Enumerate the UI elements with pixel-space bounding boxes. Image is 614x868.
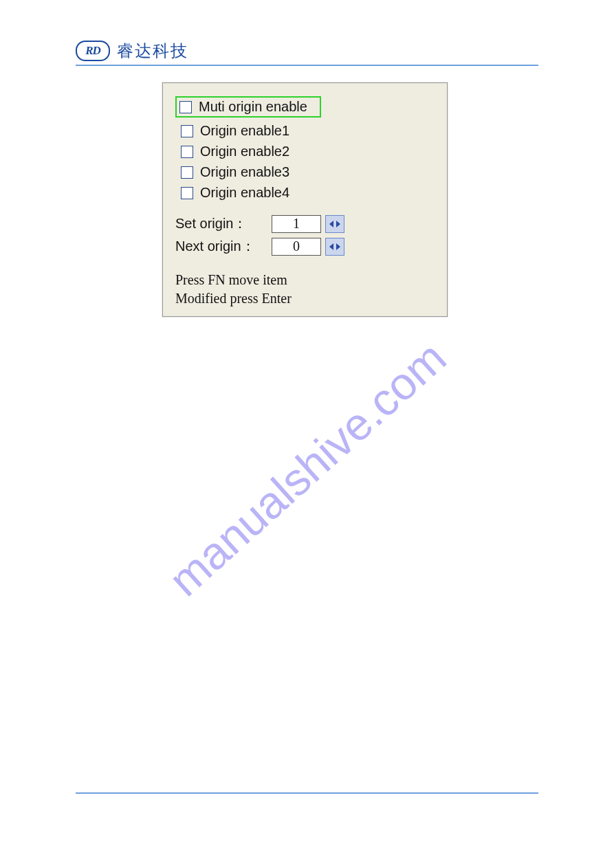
page-header: RD 睿达科技 xyxy=(76,40,538,66)
set-origin-value[interactable]: 1 xyxy=(272,215,321,233)
set-origin-stepper[interactable] xyxy=(325,215,344,233)
svg-marker-0 xyxy=(329,221,333,227)
left-right-arrows-icon xyxy=(329,243,341,251)
help-text: Press FN move item Modified press Enter xyxy=(175,271,435,308)
next-origin-value[interactable]: 0 xyxy=(272,238,321,256)
svg-marker-3 xyxy=(336,243,340,250)
checkbox-icon[interactable] xyxy=(179,101,192,113)
checkbox-label: Origin enable2 xyxy=(200,144,289,159)
checkbox-label: Origin enable3 xyxy=(200,164,289,180)
watermark-text: manualshive.com xyxy=(158,331,456,606)
origin-settings-dialog: Muti origin enable Origin enable1 Origin… xyxy=(162,82,448,317)
header-divider xyxy=(76,65,538,66)
checkbox-label: Origin enable1 xyxy=(200,123,289,139)
next-origin-stepper[interactable] xyxy=(325,238,344,256)
checkbox-icon[interactable] xyxy=(181,146,193,158)
checkbox-row-origin-enable4[interactable]: Origin enable4 xyxy=(178,183,292,202)
checkbox-row-origin-enable3[interactable]: Origin enable3 xyxy=(178,163,292,181)
rd-logo: RD xyxy=(76,41,110,61)
checkbox-icon[interactable] xyxy=(181,125,193,137)
checkbox-row-muti-origin-enable[interactable]: Muti origin enable xyxy=(175,96,321,118)
svg-marker-2 xyxy=(329,243,333,250)
footer-divider xyxy=(76,792,538,794)
checkbox-icon[interactable] xyxy=(181,166,193,179)
checkbox-row-origin-enable1[interactable]: Origin enable1 xyxy=(178,122,292,140)
checkbox-label: Muti origin enable xyxy=(199,99,307,115)
checkbox-icon[interactable] xyxy=(181,187,193,199)
next-origin-row: Next origin： 0 xyxy=(175,237,435,256)
set-origin-row: Set origin： 1 xyxy=(175,214,435,233)
checkbox-label: Origin enable4 xyxy=(200,185,289,201)
set-origin-label: Set origin： xyxy=(175,214,272,233)
left-right-arrows-icon xyxy=(329,220,341,228)
next-origin-label: Next origin： xyxy=(175,237,272,256)
svg-marker-1 xyxy=(336,221,340,227)
checkbox-row-origin-enable2[interactable]: Origin enable2 xyxy=(178,142,292,161)
logo-row: RD 睿达科技 xyxy=(76,40,538,62)
brand-text: 睿达科技 xyxy=(117,40,188,62)
help-line-2: Modified press Enter xyxy=(175,289,435,308)
help-line-1: Press FN move item xyxy=(175,271,435,289)
